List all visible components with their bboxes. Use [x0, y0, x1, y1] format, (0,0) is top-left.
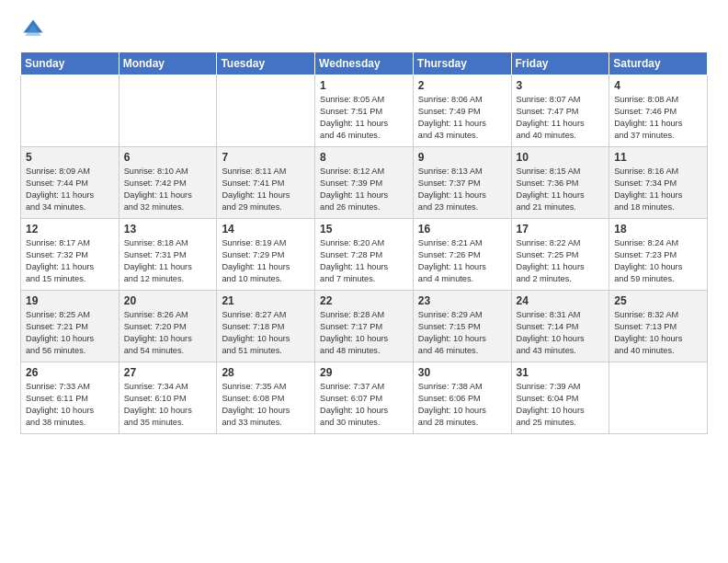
day-number: 24 — [517, 294, 605, 307]
day-info: Sunrise: 8:22 AM Sunset: 7:25 PM Dayligh… — [517, 237, 605, 285]
day-info: Sunrise: 8:27 AM Sunset: 7:18 PM Dayligh… — [222, 309, 310, 357]
calendar-day-cell: 7Sunrise: 8:11 AM Sunset: 7:41 PM Daylig… — [217, 147, 315, 219]
day-number: 18 — [614, 223, 702, 236]
day-info: Sunrise: 8:16 AM Sunset: 7:34 PM Dayligh… — [614, 166, 702, 213]
day-number: 21 — [222, 294, 310, 307]
day-number: 8 — [320, 151, 408, 164]
day-info: Sunrise: 8:11 AM Sunset: 7:41 PM Dayligh… — [222, 166, 310, 213]
calendar-day-cell: 15Sunrise: 8:20 AM Sunset: 7:28 PM Dayli… — [315, 219, 414, 291]
day-number: 5 — [26, 151, 114, 164]
day-info: Sunrise: 8:07 AM Sunset: 7:47 PM Dayligh… — [517, 94, 605, 142]
calendar-day-cell: 3Sunrise: 8:07 AM Sunset: 7:47 PM Daylig… — [511, 75, 609, 147]
day-number: 27 — [124, 366, 212, 379]
calendar-day-cell: 11Sunrise: 8:16 AM Sunset: 7:34 PM Dayli… — [609, 147, 708, 219]
day-number: 14 — [222, 223, 310, 236]
calendar-day-cell: 6Sunrise: 8:10 AM Sunset: 7:42 PM Daylig… — [119, 147, 217, 219]
calendar-table: SundayMondayTuesdayWednesdayThursdayFrid… — [20, 52, 708, 434]
calendar-day-cell: 16Sunrise: 8:21 AM Sunset: 7:26 PM Dayli… — [413, 219, 511, 291]
day-info: Sunrise: 7:34 AM Sunset: 6:10 PM Dayligh… — [124, 381, 212, 429]
day-number: 7 — [222, 151, 310, 164]
day-info: Sunrise: 8:26 AM Sunset: 7:20 PM Dayligh… — [124, 309, 212, 357]
calendar-week-row: 5Sunrise: 8:09 AM Sunset: 7:44 PM Daylig… — [21, 147, 708, 219]
calendar-day-cell: 26Sunrise: 7:33 AM Sunset: 6:11 PM Dayli… — [21, 362, 119, 434]
day-info: Sunrise: 7:39 AM Sunset: 6:04 PM Dayligh… — [517, 381, 605, 429]
day-number: 16 — [418, 223, 506, 236]
calendar-day-cell: 21Sunrise: 8:27 AM Sunset: 7:18 PM Dayli… — [217, 291, 315, 362]
day-info: Sunrise: 8:17 AM Sunset: 7:32 PM Dayligh… — [26, 237, 114, 285]
day-number: 2 — [418, 79, 506, 92]
calendar-day-cell — [119, 75, 217, 147]
calendar-day-cell: 29Sunrise: 7:37 AM Sunset: 6:07 PM Dayli… — [315, 362, 414, 434]
day-number: 12 — [26, 223, 114, 236]
calendar-day-cell: 31Sunrise: 7:39 AM Sunset: 6:04 PM Dayli… — [511, 362, 609, 434]
day-number: 31 — [517, 366, 605, 379]
calendar-week-row: 19Sunrise: 8:25 AM Sunset: 7:21 PM Dayli… — [21, 291, 708, 362]
day-info: Sunrise: 8:21 AM Sunset: 7:26 PM Dayligh… — [418, 237, 506, 285]
weekday-header: Saturday — [609, 52, 708, 75]
calendar-day-cell: 2Sunrise: 8:06 AM Sunset: 7:49 PM Daylig… — [413, 75, 511, 147]
calendar-day-cell: 4Sunrise: 8:08 AM Sunset: 7:46 PM Daylig… — [609, 75, 708, 147]
calendar-week-row: 1Sunrise: 8:05 AM Sunset: 7:51 PM Daylig… — [21, 75, 708, 147]
calendar-day-cell: 9Sunrise: 8:13 AM Sunset: 7:37 PM Daylig… — [413, 147, 511, 219]
calendar-day-cell: 10Sunrise: 8:15 AM Sunset: 7:36 PM Dayli… — [511, 147, 609, 219]
day-info: Sunrise: 7:33 AM Sunset: 6:11 PM Dayligh… — [26, 381, 114, 429]
calendar-day-cell: 30Sunrise: 7:38 AM Sunset: 6:06 PM Dayli… — [413, 362, 511, 434]
weekday-header: Thursday — [413, 52, 511, 75]
day-number: 20 — [124, 294, 212, 307]
day-number: 25 — [614, 294, 702, 307]
calendar-week-row: 12Sunrise: 8:17 AM Sunset: 7:32 PM Dayli… — [21, 219, 708, 291]
calendar-day-cell: 19Sunrise: 8:25 AM Sunset: 7:21 PM Dayli… — [21, 291, 119, 362]
day-number: 1 — [320, 79, 408, 92]
weekday-header: Monday — [119, 52, 217, 75]
day-info: Sunrise: 8:09 AM Sunset: 7:44 PM Dayligh… — [26, 166, 114, 213]
day-number: 13 — [124, 223, 212, 236]
day-info: Sunrise: 8:12 AM Sunset: 7:39 PM Dayligh… — [320, 166, 408, 213]
day-number: 9 — [418, 151, 506, 164]
day-number: 4 — [614, 79, 702, 92]
day-info: Sunrise: 7:35 AM Sunset: 6:08 PM Dayligh… — [222, 381, 310, 429]
calendar-day-cell: 18Sunrise: 8:24 AM Sunset: 7:23 PM Dayli… — [609, 219, 708, 291]
calendar-day-cell: 22Sunrise: 8:28 AM Sunset: 7:17 PM Dayli… — [315, 291, 414, 362]
day-number: 17 — [517, 223, 605, 236]
day-number: 10 — [517, 151, 605, 164]
day-number: 30 — [418, 366, 506, 379]
day-info: Sunrise: 8:24 AM Sunset: 7:23 PM Dayligh… — [614, 237, 702, 285]
weekday-header: Friday — [511, 52, 609, 75]
day-number: 19 — [26, 294, 114, 307]
logo — [20, 17, 50, 42]
day-info: Sunrise: 8:25 AM Sunset: 7:21 PM Dayligh… — [26, 309, 114, 357]
day-number: 22 — [320, 294, 408, 307]
calendar-day-cell — [609, 362, 708, 434]
day-number: 23 — [418, 294, 506, 307]
day-number: 28 — [222, 366, 310, 379]
calendar-day-cell: 28Sunrise: 7:35 AM Sunset: 6:08 PM Dayli… — [217, 362, 315, 434]
day-info: Sunrise: 8:06 AM Sunset: 7:49 PM Dayligh… — [418, 94, 506, 142]
day-info: Sunrise: 8:05 AM Sunset: 7:51 PM Dayligh… — [320, 94, 408, 142]
day-info: Sunrise: 8:28 AM Sunset: 7:17 PM Dayligh… — [320, 309, 408, 357]
weekday-header: Tuesday — [217, 52, 315, 75]
calendar-day-cell: 25Sunrise: 8:32 AM Sunset: 7:13 PM Dayli… — [609, 291, 708, 362]
day-number: 3 — [517, 79, 605, 92]
calendar-day-cell: 24Sunrise: 8:31 AM Sunset: 7:14 PM Dayli… — [511, 291, 609, 362]
day-number: 15 — [320, 223, 408, 236]
day-info: Sunrise: 8:29 AM Sunset: 7:15 PM Dayligh… — [418, 309, 506, 357]
calendar-day-cell: 1Sunrise: 8:05 AM Sunset: 7:51 PM Daylig… — [315, 75, 414, 147]
calendar-day-cell: 8Sunrise: 8:12 AM Sunset: 7:39 PM Daylig… — [315, 147, 414, 219]
calendar-day-cell: 13Sunrise: 8:18 AM Sunset: 7:31 PM Dayli… — [119, 219, 217, 291]
day-number: 11 — [614, 151, 702, 164]
calendar-day-cell: 12Sunrise: 8:17 AM Sunset: 7:32 PM Dayli… — [21, 219, 119, 291]
day-info: Sunrise: 8:15 AM Sunset: 7:36 PM Dayligh… — [517, 166, 605, 213]
logo-icon — [20, 17, 46, 42]
calendar-day-cell: 27Sunrise: 7:34 AM Sunset: 6:10 PM Dayli… — [119, 362, 217, 434]
day-info: Sunrise: 8:32 AM Sunset: 7:13 PM Dayligh… — [614, 309, 702, 357]
calendar-header-row: SundayMondayTuesdayWednesdayThursdayFrid… — [21, 52, 708, 75]
day-number: 6 — [124, 151, 212, 164]
page: SundayMondayTuesdayWednesdayThursdayFrid… — [0, 0, 728, 563]
calendar-day-cell: 23Sunrise: 8:29 AM Sunset: 7:15 PM Dayli… — [413, 291, 511, 362]
day-info: Sunrise: 8:18 AM Sunset: 7:31 PM Dayligh… — [124, 237, 212, 285]
calendar-week-row: 26Sunrise: 7:33 AM Sunset: 6:11 PM Dayli… — [21, 362, 708, 434]
day-info: Sunrise: 7:37 AM Sunset: 6:07 PM Dayligh… — [320, 381, 408, 429]
day-info: Sunrise: 7:38 AM Sunset: 6:06 PM Dayligh… — [418, 381, 506, 429]
day-info: Sunrise: 8:19 AM Sunset: 7:29 PM Dayligh… — [222, 237, 310, 285]
day-info: Sunrise: 8:13 AM Sunset: 7:37 PM Dayligh… — [418, 166, 506, 213]
